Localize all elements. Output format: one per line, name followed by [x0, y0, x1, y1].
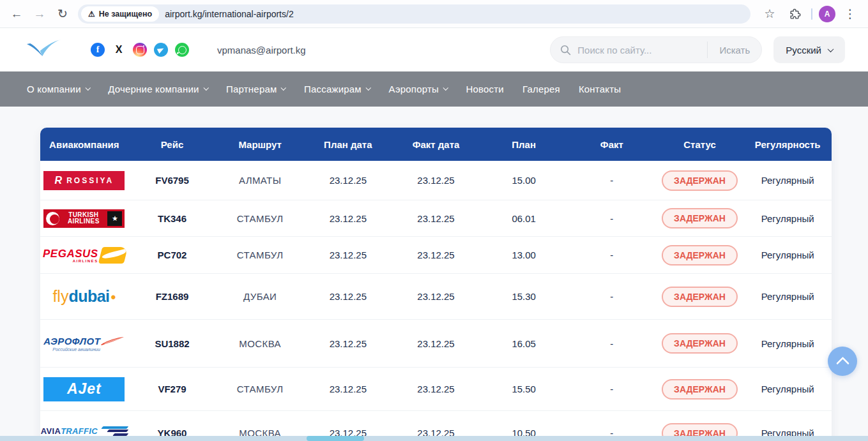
status-cell: ЗАДЕРЖАН: [656, 287, 744, 307]
profile-avatar[interactable]: A: [819, 6, 835, 22]
site-search: Искать: [550, 36, 762, 63]
nav-item-7[interactable]: Галерея: [522, 84, 560, 94]
browser-menu-icon[interactable]: ⋮: [840, 4, 860, 24]
nav-item-label: Новости: [466, 84, 503, 94]
plan-date: 23.12.25: [304, 291, 392, 302]
flight-table: АвиакомпанияРейсМаршрутПлан датаФакт дат…: [40, 128, 832, 441]
flight-number: SU1882: [128, 338, 217, 349]
nav-item-2[interactable]: Дочерние компании: [108, 84, 208, 94]
fact-time: -: [568, 213, 656, 224]
instagram-icon[interactable]: [133, 43, 147, 57]
regularity: Регулярный: [743, 175, 832, 186]
nav-item-6[interactable]: Новости: [466, 84, 503, 94]
table-row: АЭРОФЛОТРоссийские авиалинииSU1882МОСКВА…: [40, 319, 832, 367]
column-header: Маршрут: [216, 139, 304, 150]
x-icon[interactable]: X: [112, 43, 126, 57]
fact-time: -: [568, 175, 656, 186]
browser-actions: ☆ A ⋮: [759, 4, 863, 24]
header-right: Искать Русский: [550, 36, 845, 63]
nav-item-5[interactable]: Аэропорты: [388, 84, 447, 94]
rossiya-mark: R: [55, 175, 63, 186]
browser-toolbar: ← → ↻ ⚠ Не защищено airport.kg/internati…: [0, 0, 868, 28]
extensions-icon[interactable]: [784, 4, 805, 24]
flight-number: FV6795: [128, 175, 217, 186]
reload-icon[interactable]: ↻: [51, 4, 74, 24]
search-button[interactable]: Искать: [708, 45, 761, 56]
chevron-down-icon: [828, 46, 834, 52]
telegram-icon[interactable]: [154, 43, 168, 57]
nav-item-label: Пассажирам: [304, 84, 362, 94]
flydubai-logo: flydubai•: [52, 287, 116, 306]
fact-time: -: [568, 384, 656, 394]
social-links: f X: [91, 43, 189, 57]
status-cell: ЗАДЕРЖАН: [656, 245, 744, 265]
security-label: Не защищено: [99, 10, 152, 19]
regularity: Регулярный: [743, 338, 832, 349]
nav-item-8[interactable]: Контакты: [579, 84, 621, 94]
traffic-part: TRAFFIC: [61, 426, 98, 436]
table-row: flydubai•FZ1689ДУБАИ23.12.2523.12.2515.3…: [40, 273, 832, 319]
chevron-down-icon: [443, 85, 448, 90]
horizontal-scrollbar-thumb[interactable]: [307, 436, 364, 441]
status-badge: ЗАДЕРЖАН: [662, 287, 738, 307]
turkish-text-line: AIRLINES: [68, 218, 100, 225]
route: ДУБАИ: [216, 291, 304, 302]
fact-date: 23.12.25: [392, 338, 480, 349]
pegasus-name: PEGASUS: [43, 248, 98, 260]
fact-date: 23.12.25: [392, 213, 480, 224]
status-badge: ЗАДЕРЖАН: [662, 170, 738, 191]
back-icon[interactable]: ←: [5, 4, 28, 24]
language-selector[interactable]: Русский: [773, 36, 845, 63]
plan-date: 23.12.25: [304, 338, 392, 349]
forward-icon[interactable]: →: [28, 4, 51, 24]
turkish-emblem-icon: [46, 212, 59, 225]
fact-date: 23.12.25: [392, 291, 480, 302]
plan-time: 15.00: [480, 175, 568, 186]
nav-item-1[interactable]: О компании: [27, 84, 89, 94]
wing-stripes-icon: [102, 426, 128, 436]
airline-logo-cell: PEGASUSAIRLINES: [40, 247, 128, 264]
airline-logo-cell: АЭРОФЛОТРоссийские авиалинии: [40, 336, 128, 352]
flight-number: VF279: [128, 384, 217, 394]
plan-date: 23.12.25: [304, 384, 392, 394]
column-header: Факт: [568, 139, 656, 150]
nav-item-label: Галерея: [522, 84, 560, 94]
regularity: Регулярный: [743, 213, 832, 224]
security-chip[interactable]: ⚠ Не защищено: [81, 6, 159, 22]
avia-part: AVIA: [41, 426, 61, 436]
fact-time: -: [568, 291, 656, 302]
ajet-logo: AJet: [43, 377, 125, 401]
airport-logo[interactable]: [24, 38, 64, 61]
facebook-icon[interactable]: f: [91, 43, 105, 57]
whatsapp-icon[interactable]: [175, 43, 189, 57]
rossiya-logo: RROSSIYA: [43, 171, 125, 190]
address-bar[interactable]: ⚠ Не защищено airport.kg/international-a…: [78, 4, 750, 24]
route: МОСКВА: [216, 338, 304, 349]
horizontal-scrollbar-track[interactable]: [0, 436, 868, 441]
browser-nav-buttons: ← → ↻: [5, 4, 74, 24]
nav-item-4[interactable]: Пассажирам: [304, 84, 370, 94]
status-cell: ЗАДЕРЖАН: [656, 208, 744, 228]
nav-item-label: Дочерние компании: [108, 84, 199, 94]
nav-item-3[interactable]: Партнерам: [226, 84, 286, 94]
plan-time: 15.50: [480, 384, 568, 394]
chevron-down-icon: [203, 85, 208, 90]
scroll-to-top-button[interactable]: [828, 347, 857, 376]
plan-time: 15.30: [480, 291, 568, 302]
bookmark-star-icon[interactable]: ☆: [759, 4, 780, 24]
regularity: Регулярный: [743, 384, 832, 394]
contact-email-link[interactable]: vpmanas@airport.kg: [217, 45, 306, 56]
status-cell: ЗАДЕРЖАН: [656, 379, 744, 400]
search-input[interactable]: [577, 45, 707, 56]
chevron-down-icon: [366, 85, 371, 90]
column-header: План: [480, 139, 568, 150]
pegasus-tail-icon: [98, 247, 127, 264]
page-content: АвиакомпанияРейсМаршрутПлан датаФакт дат…: [0, 107, 868, 441]
search-icon: [560, 45, 571, 56]
flight-table-body: RROSSIYAFV6795АЛМАТЫ23.12.2523.12.2515.0…: [40, 161, 832, 441]
turkish-airlines-logo: TURKISHAIRLINES★: [43, 209, 125, 228]
rossiya-text: ROSSIYA: [66, 176, 114, 185]
chevron-up-icon: [835, 356, 849, 370]
table-row: AJetVF279СТАМБУЛ23.12.2523.12.2515.50-ЗА…: [40, 367, 832, 410]
fact-date: 23.12.25: [392, 175, 480, 186]
